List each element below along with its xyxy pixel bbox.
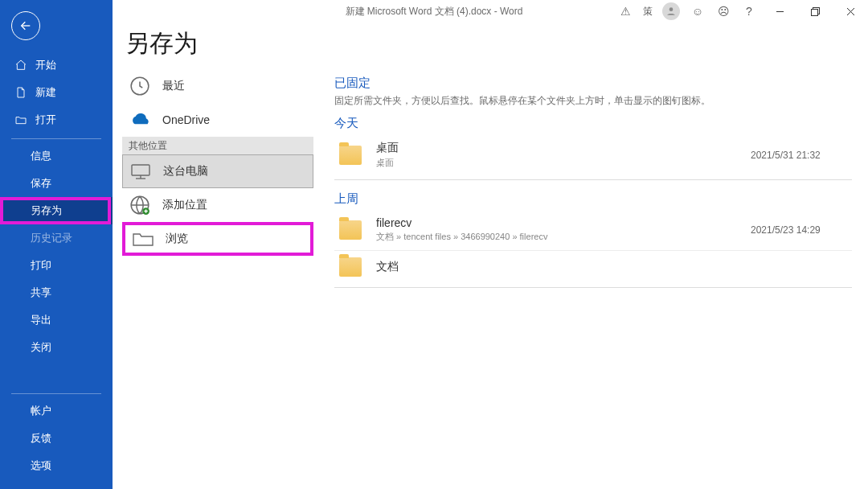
nav-open[interactable]: 打开 [0,106,113,134]
pinned-desc: 固定所需文件夹，方便以后查找。鼠标悬停在某个文件夹上方时，单击显示的图钉图标。 [334,94,852,108]
folder-icon [339,257,362,277]
today-title: 今天 [334,116,852,131]
nav-close[interactable]: 关闭 [0,334,113,361]
folder-icon [132,228,154,250]
location-recent[interactable]: 最近 [122,69,313,103]
nav-export[interactable]: 导出 [0,306,113,334]
nav-home-label: 开始 [35,58,56,72]
nav-feedback[interactable]: 反馈 [0,425,113,452]
nav-options[interactable]: 选项 [0,452,113,479]
folder-icon [339,220,362,240]
folder-open-icon [14,113,27,126]
folder-text: 桌面 桌面 [376,141,751,169]
pinned-title: 已固定 [334,76,852,91]
nav-info[interactable]: 信息 [0,142,113,170]
folder-name: 文档 [376,260,751,274]
computer-icon [129,160,152,183]
nav-save[interactable]: 保存 [0,170,113,197]
separator [334,287,852,288]
svg-rect-8 [132,165,149,175]
location-add-place-label: 添加位置 [162,198,207,212]
lastweek-title: 上周 [334,191,852,207]
locations-list: 最近 OneDrive 其他位置 这台电脑 添加位置 浏览 [122,69,313,256]
globe-plus-icon [129,194,151,216]
folder-path: 文档 » tencent files » 3466990240 » filere… [376,231,751,243]
location-onedrive[interactable]: OneDrive [122,103,313,137]
nav-share[interactable]: 共享 [0,279,113,306]
separator [334,179,852,180]
folder-text: filerecv 文档 » tencent files » 3466990240… [376,216,751,243]
nav-print[interactable]: 打印 [0,252,113,279]
folder-list-pane: 已固定 固定所需文件夹，方便以后查找。鼠标悬停在某个文件夹上方时，单击显示的图钉… [334,71,852,288]
folder-icon [339,146,362,165]
page-title: 另存为 [125,27,198,60]
nav-home[interactable]: 开始 [0,51,113,79]
nav-divider [11,138,101,139]
nav-open-label: 打开 [35,113,56,127]
location-browse[interactable]: 浏览 [122,222,313,256]
document-icon [14,86,27,99]
nav-save-as-label: 另存为 [31,203,62,218]
backstage-sidebar: 开始 新建 打开 信息 保存 另存为 历史记录 打印 共享 导出 关闭 帐户 反… [0,0,113,489]
clock-icon [129,75,151,97]
folder-name: filerecv [376,216,751,229]
location-add-place[interactable]: 添加位置 [122,188,313,222]
folder-date: 2021/5/31 21:32 [751,150,847,161]
location-recent-label: 最近 [162,79,185,93]
nav-bottom-group: 帐户 反馈 选项 [0,388,113,479]
nav-new-label: 新建 [35,85,56,100]
home-icon [14,59,27,72]
nav-save-as[interactable]: 另存为 [0,197,113,224]
nav-history[interactable]: 历史记录 [0,224,113,252]
location-this-pc[interactable]: 这台电脑 [122,154,313,188]
nav-divider-bottom [11,393,101,394]
locations-other-header: 其他位置 [122,137,313,154]
back-button[interactable] [11,11,40,40]
nav-account[interactable]: 帐户 [0,397,113,425]
folder-text: 文档 [376,260,751,274]
folder-row-docs[interactable]: 文档 [334,251,852,284]
folder-date: 2021/5/23 14:29 [751,224,847,236]
content-area: 另存为 最近 OneDrive 其他位置 这台电脑 添加位置 [113,0,868,489]
location-this-pc-label: 这台电脑 [163,164,208,179]
nav-new[interactable]: 新建 [0,79,113,106]
folder-row-desktop[interactable]: 桌面 桌面 2021/5/31 21:32 [334,134,852,176]
location-onedrive-label: OneDrive [162,113,210,126]
onedrive-icon [129,113,151,127]
location-browse-label: 浏览 [166,232,188,246]
folder-name: 桌面 [376,141,751,155]
folder-row-filerecv[interactable]: filerecv 文档 » tencent files » 3466990240… [334,210,852,250]
folder-path: 桌面 [376,157,751,169]
